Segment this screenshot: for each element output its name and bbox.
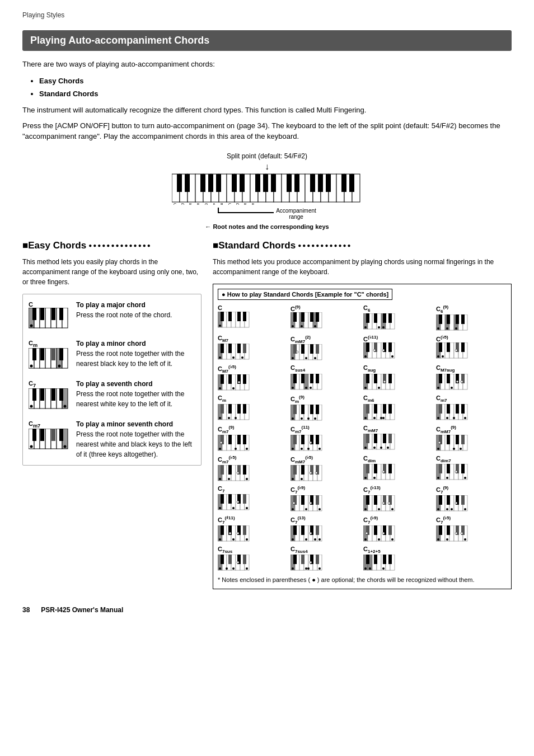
svg-point-212 [437, 355, 439, 358]
svg-point-448 [446, 477, 448, 479]
svg-point-494 [378, 508, 380, 510]
svg-rect-265 [447, 374, 450, 383]
svg-point-388 [437, 448, 439, 450]
svg-point-608 [310, 561, 312, 564]
chord-cell-CmM72: CmM7(2) [291, 335, 361, 361]
svg-rect-238 [310, 374, 313, 383]
svg-point-463 [232, 507, 235, 509]
svg-point-390 [453, 448, 455, 450]
svg-rect-33 [271, 174, 276, 192]
svg-rect-113 [243, 312, 246, 321]
chord-cell-C7b13: C7(♭13) [363, 485, 434, 512]
svg-rect-446 [461, 464, 465, 473]
svg-rect-385 [447, 435, 450, 444]
svg-rect-223 [228, 374, 232, 384]
chord-cell-Cb11: C(♭11) [363, 335, 434, 361]
svg-point-89 [64, 405, 67, 408]
svg-rect-429 [366, 464, 369, 473]
svg-rect-100 [59, 429, 63, 441]
svg-rect-151 [447, 314, 450, 324]
svg-rect-476 [316, 495, 319, 505]
svg-rect-395 [231, 465, 236, 481]
standard-chords-desc: This method lets you produce accompanime… [213, 257, 512, 277]
bullet-easy: Easy Chords [39, 74, 512, 87]
svg-rect-354 [301, 435, 305, 444]
svg-rect-430 [374, 464, 377, 473]
svg-point-140 [364, 326, 367, 328]
svg-point-462 [219, 507, 221, 509]
svg-point-127 [301, 325, 303, 327]
svg-point-609 [318, 567, 321, 570]
svg-rect-414 [293, 465, 297, 475]
svg-point-359 [307, 448, 310, 450]
svg-rect-556 [388, 525, 392, 535]
svg-rect-444 [447, 464, 450, 473]
svg-point-268 [437, 387, 439, 389]
svg-point-185 [314, 357, 316, 359]
svg-point-168 [219, 356, 221, 359]
svg-rect-570 [447, 525, 450, 535]
svg-rect-293 [293, 405, 297, 414]
svg-rect-196 [388, 342, 392, 352]
svg-rect-369 [366, 434, 369, 443]
svg-point-391 [460, 448, 462, 450]
svg-text:E: E [189, 203, 192, 205]
svg-rect-28 [216, 174, 221, 192]
svg-point-101 [30, 445, 33, 448]
svg-rect-524 [243, 525, 246, 535]
chord-cell-C1plus2plus5: C1+2+5 [363, 546, 434, 571]
svg-text:F: F [197, 203, 199, 205]
standard-chords-examples: ● How to play Standard Chords [Example f… [213, 284, 512, 589]
svg-point-561 [391, 538, 394, 541]
svg-point-240 [292, 387, 294, 389]
svg-point-75 [30, 364, 33, 367]
svg-point-63 [30, 324, 33, 327]
chord-cell-C6: C6 [363, 304, 434, 331]
page-number: 38 [22, 606, 30, 614]
svg-point-226 [219, 387, 221, 389]
chord-cell-Cm: Cm [218, 395, 288, 421]
split-arrow: ↓ [22, 162, 512, 171]
svg-rect-112 [237, 312, 241, 321]
chord-footnote: * Notes enclosed in parentheses ( ● ) ar… [218, 576, 507, 584]
easy-chords-section: ■Easy Chords ●●●●●●●●●●●●●● This method … [22, 240, 202, 589]
svg-rect-30 [240, 174, 245, 192]
svg-rect-372 [388, 434, 392, 443]
svg-rect-106 [231, 312, 236, 327]
chord-cell-Cm6: Cm6 [363, 395, 434, 421]
svg-rect-27 [208, 174, 213, 192]
bullet-standard: Standard Chords [39, 87, 512, 100]
svg-point-574 [446, 538, 448, 541]
svg-point-559 [378, 538, 380, 541]
svg-rect-613 [377, 555, 381, 570]
svg-point-375 [380, 447, 382, 449]
svg-rect-25 [185, 174, 190, 192]
svg-rect-340 [237, 435, 241, 444]
svg-rect-138 [383, 313, 386, 323]
svg-point-389 [438, 442, 441, 444]
svg-point-284 [228, 417, 230, 419]
svg-point-541 [292, 538, 294, 541]
svg-point-477 [292, 508, 294, 510]
svg-point-269 [451, 387, 453, 389]
svg-point-621 [364, 567, 367, 570]
svg-rect-280 [228, 404, 232, 414]
svg-point-421 [315, 472, 317, 474]
svg-point-128 [314, 325, 316, 327]
svg-rect-86 [51, 388, 55, 401]
svg-rect-152 [456, 314, 459, 324]
svg-rect-490 [374, 495, 377, 505]
svg-rect-425 [377, 464, 381, 480]
svg-point-435 [382, 471, 385, 473]
svg-point-577 [464, 538, 466, 541]
svg-point-605 [292, 567, 294, 570]
svg-point-228 [238, 381, 240, 383]
svg-rect-311 [388, 404, 392, 414]
svg-rect-400 [228, 465, 232, 475]
chord-cell-CmM7: CmM7 [363, 425, 434, 452]
svg-rect-85 [40, 388, 44, 401]
svg-rect-180 [310, 344, 313, 354]
chord-cell-CM7b5: CM7(♭5) [218, 364, 288, 391]
svg-rect-250 [366, 374, 369, 383]
svg-point-433 [364, 477, 367, 479]
